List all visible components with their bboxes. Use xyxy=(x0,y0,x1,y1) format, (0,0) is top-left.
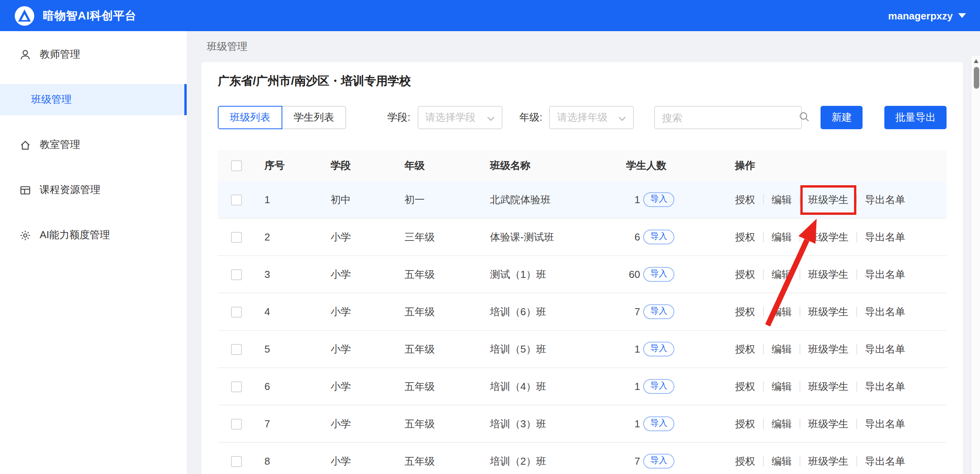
action-export-list[interactable]: 导出名单 xyxy=(865,305,905,319)
action-authorize[interactable]: 授权 xyxy=(735,267,755,281)
import-button[interactable]: 导入 xyxy=(643,192,674,207)
student-count: 60 xyxy=(626,269,640,280)
action-divider xyxy=(763,344,764,354)
table-row: 8 小学 五年级 培训（2）班 7 导入 授权 编辑 班级学生 导出名单 xyxy=(218,443,947,474)
tab-student-list[interactable]: 学生列表 xyxy=(282,106,346,129)
class-table: 序号 学段 年级 班级名称 学生人数 操作 1 初中 初一 北武院体验班 1 导… xyxy=(218,150,947,474)
sidebar-item-class-management[interactable]: 班级管理 xyxy=(0,84,187,115)
action-authorize[interactable]: 授权 xyxy=(735,417,755,431)
resource-icon xyxy=(19,184,31,196)
action-class-students[interactable]: 班级学生 xyxy=(808,417,849,431)
row-checkbox[interactable] xyxy=(231,232,242,242)
import-button[interactable]: 导入 xyxy=(643,304,674,319)
tab-class-list[interactable]: 班级列表 xyxy=(218,106,282,129)
batch-export-button[interactable]: 批量导出 xyxy=(884,106,947,129)
action-divider xyxy=(856,307,857,317)
row-grade: 五年级 xyxy=(404,267,490,281)
action-authorize[interactable]: 授权 xyxy=(735,454,755,468)
action-divider xyxy=(800,195,800,205)
action-class-students[interactable]: 班级学生 xyxy=(808,379,849,393)
import-button[interactable]: 导入 xyxy=(643,230,674,244)
select-all-checkbox[interactable] xyxy=(231,160,242,171)
action-edit[interactable]: 编辑 xyxy=(772,230,792,244)
action-authorize[interactable]: 授权 xyxy=(735,193,755,207)
app-logo-icon xyxy=(14,5,35,26)
gear-icon xyxy=(19,229,31,241)
action-class-students[interactable]: 班级学生 xyxy=(808,342,849,356)
action-export-list[interactable]: 导出名单 xyxy=(865,379,905,393)
action-class-students[interactable]: 班级学生 xyxy=(808,305,849,319)
action-edit[interactable]: 编辑 xyxy=(772,417,792,431)
sidebar-item-teacher-management[interactable]: 教师管理 xyxy=(0,39,187,70)
action-edit[interactable]: 编辑 xyxy=(772,342,792,356)
student-count: 7 xyxy=(626,455,640,467)
row-checkbox[interactable] xyxy=(231,456,242,467)
table-row: 6 小学 五年级 培训（4）班 1 导入 授权 编辑 班级学生 导出名单 xyxy=(218,368,947,406)
row-checkbox[interactable] xyxy=(231,418,242,429)
action-export-list[interactable]: 导出名单 xyxy=(865,342,905,356)
scrollbar-up-arrow-icon[interactable] xyxy=(973,59,978,63)
search-icon[interactable] xyxy=(799,111,810,124)
action-edit[interactable]: 编辑 xyxy=(772,193,792,207)
row-checkbox[interactable] xyxy=(231,194,242,205)
action-edit[interactable]: 编辑 xyxy=(772,267,792,281)
search-input[interactable] xyxy=(662,112,799,123)
action-export-list[interactable]: 导出名单 xyxy=(865,230,905,244)
sidebar-item-ai-quota-management[interactable]: AI能力额度管理 xyxy=(0,219,187,251)
row-stage: 小学 xyxy=(331,454,404,468)
vertical-scrollbar[interactable] xyxy=(971,56,980,474)
row-grade: 初一 xyxy=(404,193,490,207)
table-body: 1 初中 初一 北武院体验班 1 导入 授权 编辑 班级学生 导出名单 2 小学… xyxy=(218,181,947,474)
action-edit[interactable]: 编辑 xyxy=(772,379,792,393)
row-stage: 初中 xyxy=(331,193,404,207)
action-class-students[interactable]: 班级学生 xyxy=(808,267,849,281)
row-checkbox[interactable] xyxy=(231,344,242,355)
action-divider xyxy=(856,344,857,354)
sidebar-item-course-resource-management[interactable]: 课程资源管理 xyxy=(0,174,187,205)
action-class-students[interactable]: 班级学生 xyxy=(808,230,849,244)
row-class-name: 北武院体验班 xyxy=(490,193,626,207)
sidebar-item-classroom-management[interactable]: 教室管理 xyxy=(0,129,187,160)
table-row: 2 小学 三年级 体验课-测试班 6 导入 授权 编辑 班级学生 导出名单 xyxy=(218,219,947,256)
action-edit[interactable]: 编辑 xyxy=(772,305,792,319)
row-class-name: 培训（3）班 xyxy=(490,417,626,431)
table-row: 4 小学 五年级 培训（6）班 7 导入 授权 编辑 班级学生 导出名单 xyxy=(218,293,947,331)
action-divider xyxy=(800,456,800,466)
action-authorize[interactable]: 授权 xyxy=(735,379,755,393)
row-checkbox[interactable] xyxy=(231,269,242,280)
row-grade: 五年级 xyxy=(404,417,490,431)
row-checkbox[interactable] xyxy=(231,306,242,317)
action-divider xyxy=(763,307,764,317)
action-export-list[interactable]: 导出名单 xyxy=(865,193,905,207)
username: managerpxzy xyxy=(888,10,953,21)
action-edit[interactable]: 编辑 xyxy=(772,454,792,468)
create-button[interactable]: 新建 xyxy=(821,106,863,129)
grade-select-placeholder: 请选择年级 xyxy=(557,111,608,125)
action-authorize[interactable]: 授权 xyxy=(735,230,755,244)
sidebar-item-label: 教师管理 xyxy=(40,47,80,61)
table-row: 7 小学 五年级 培训（3）班 1 导入 授权 编辑 班级学生 导出名单 xyxy=(218,406,947,443)
action-authorize[interactable]: 授权 xyxy=(735,342,755,356)
stage-select[interactable]: 请选择学段 xyxy=(417,106,502,129)
action-class-students[interactable]: 班级学生 xyxy=(808,454,849,468)
row-number: 6 xyxy=(264,381,331,392)
action-divider xyxy=(856,232,857,242)
top-header-bar: 暗物智AI科创平台 managerpxzy xyxy=(0,0,980,31)
grade-select[interactable]: 请选择年级 xyxy=(550,106,634,129)
action-divider xyxy=(800,344,800,354)
action-export-list[interactable]: 导出名单 xyxy=(865,267,905,281)
action-export-list[interactable]: 导出名单 xyxy=(865,417,905,431)
action-export-list[interactable]: 导出名单 xyxy=(865,454,905,468)
action-class-students[interactable]: 班级学生 xyxy=(808,193,849,207)
action-authorize[interactable]: 授权 xyxy=(735,305,755,319)
import-button[interactable]: 导入 xyxy=(643,267,674,282)
scrollbar-thumb[interactable] xyxy=(973,67,979,89)
row-number: 1 xyxy=(264,194,331,205)
import-button[interactable]: 导入 xyxy=(643,342,674,356)
import-button[interactable]: 导入 xyxy=(643,379,674,394)
row-number: 5 xyxy=(264,343,331,355)
row-checkbox[interactable] xyxy=(231,381,242,392)
import-button[interactable]: 导入 xyxy=(643,454,674,469)
user-menu[interactable]: managerpxzy xyxy=(888,10,966,21)
import-button[interactable]: 导入 xyxy=(643,416,674,431)
